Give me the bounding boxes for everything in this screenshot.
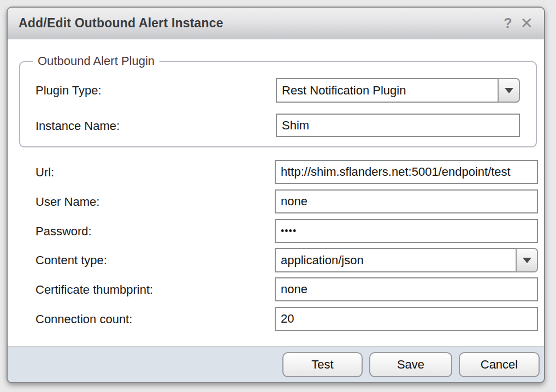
content-type-combobox[interactable] (275, 248, 538, 272)
chevron-down-icon (505, 88, 513, 93)
connection-count-label: Connection count: (36, 313, 132, 325)
user-name-input[interactable] (275, 189, 538, 213)
close-icon[interactable]: ✕ (520, 16, 533, 31)
certificate-thumbprint-label: Certificate thumbprint: (36, 283, 153, 296)
content-type-value-input[interactable] (275, 248, 516, 272)
password-input[interactable] (275, 219, 538, 243)
plugin-type-value-input[interactable] (276, 78, 498, 103)
user-name-label: User Name: (36, 195, 99, 208)
outbound-alert-plugin-legend: Outbound Alert Plugin (33, 55, 159, 67)
save-button[interactable]: Save (369, 352, 452, 377)
dialog-body: Outbound Alert Plugin Plugin Type: Insta… (8, 39, 544, 346)
plugin-type-combobox[interactable] (276, 78, 520, 103)
connection-count-input[interactable] (275, 307, 538, 331)
certificate-thumbprint-input[interactable] (275, 277, 538, 301)
plugin-type-label: Plugin Type: (36, 84, 102, 97)
plugin-type-dropdown-button[interactable] (498, 78, 520, 103)
titlebar-icons: ? ✕ (504, 16, 533, 31)
dialog-footer: Test Save Cancel (8, 346, 544, 382)
dialog-title: Add/Edit Outbound Alert Instance (19, 16, 223, 31)
url-input[interactable] (275, 160, 538, 184)
password-label: Password: (36, 225, 92, 237)
help-icon[interactable]: ? (504, 16, 512, 30)
cancel-button[interactable]: Cancel (459, 352, 540, 377)
instance-name-label: Instance Name: (36, 120, 120, 132)
content-type-label: Content type: (36, 254, 107, 266)
add-edit-outbound-alert-dialog: Add/Edit Outbound Alert Instance ? ✕ Out… (7, 7, 545, 383)
content-type-dropdown-button[interactable] (516, 248, 538, 272)
chevron-down-icon (523, 258, 531, 263)
dialog-titlebar: Add/Edit Outbound Alert Instance ? ✕ (8, 8, 544, 39)
instance-name-input[interactable] (276, 114, 520, 137)
url-label: Url: (36, 166, 54, 179)
test-button[interactable]: Test (282, 352, 363, 377)
